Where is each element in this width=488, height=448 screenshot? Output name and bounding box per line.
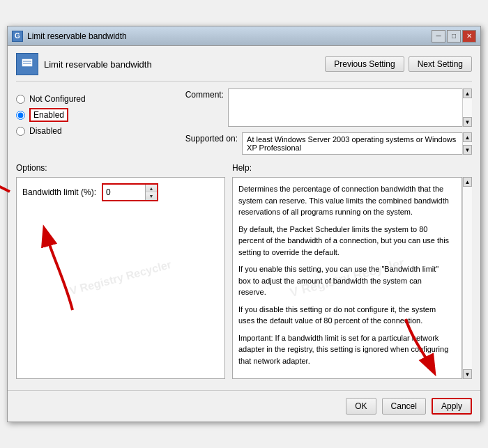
header-title: Limit reservable bandwidth (16, 53, 152, 75)
supported-text-box: At least Windows Server 2003 operating s… (242, 132, 472, 155)
main-window: G Limit reservable bandwidth ─ □ ✕ (7, 26, 481, 422)
window-icon: G (12, 31, 23, 42)
supported-label: Supported on: (185, 132, 238, 144)
help-box-wrapper: V Registry Recycler Determines the perce… (232, 177, 472, 379)
two-panel: Options: V Registry Recycler (16, 163, 472, 379)
not-configured-option[interactable]: Not Configured (16, 94, 178, 104)
scroll-down-arrow[interactable]: ▼ (463, 117, 472, 127)
enabled-label: Enabled (29, 108, 68, 122)
disabled-label: Disabled (29, 126, 62, 136)
enabled-option[interactable]: Enabled (16, 108, 178, 122)
policy-icon (16, 53, 38, 75)
title-bar-left: G Limit reservable bandwidth (12, 31, 127, 42)
comment-scrollbar: ▲ ▼ (462, 88, 472, 127)
close-button[interactable]: ✕ (462, 30, 476, 43)
previous-setting-button[interactable]: Previous Setting (325, 56, 404, 72)
window-title: Limit reservable bandwidth (27, 31, 127, 41)
main-area: Not Configured Enabled Disabled Comment: (16, 88, 472, 160)
options-box: V Registry Recycler (16, 177, 225, 379)
help-para-4: If you disable this setting or do not co… (238, 304, 450, 327)
right-panel: Comment: ▲ ▼ Supported on: (185, 88, 472, 160)
header-buttons: Previous Setting Next Setting (325, 56, 472, 72)
header-title-text: Limit reservable bandwidth (44, 59, 152, 70)
help-box: V Registry Recycler Determines the perce… (232, 177, 462, 379)
next-setting-button[interactable]: Next Setting (409, 56, 472, 72)
apply-button[interactable]: Apply (432, 398, 472, 415)
svg-rect-3 (24, 67, 30, 70)
supported-scroll-down[interactable]: ▼ (463, 145, 472, 155)
spin-up-button[interactable]: ▲ (146, 185, 157, 192)
not-configured-radio[interactable] (16, 95, 25, 104)
help-scroll-track (463, 187, 472, 369)
comment-label: Comment: (185, 88, 224, 100)
help-panel: Help: V Registry Recycler (232, 163, 472, 379)
bandwidth-input[interactable] (103, 185, 145, 200)
help-para-2: By default, the Packet Scheduler limits … (238, 224, 450, 258)
title-bar-controls: ─ □ ✕ (432, 30, 476, 43)
spin-buttons: ▲ ▼ (145, 185, 157, 200)
bandwidth-row: Bandwidth limit (%): ▲ ▼ (22, 183, 219, 201)
not-configured-label: Not Configured (29, 94, 86, 104)
cancel-button[interactable]: Cancel (382, 398, 426, 415)
title-bar: G Limit reservable bandwidth ─ □ ✕ (8, 26, 480, 46)
scroll-up-arrow[interactable]: ▲ (463, 88, 472, 98)
comment-textarea[interactable] (228, 88, 472, 127)
spin-down-button[interactable]: ▼ (146, 192, 157, 200)
supported-scroll-up[interactable]: ▲ (463, 132, 472, 142)
supported-text: At least Windows Server 2003 operating s… (247, 135, 460, 152)
help-para-3: If you enable this setting, you can use … (238, 263, 450, 298)
minimize-button[interactable]: ─ (432, 30, 445, 43)
supported-section: Supported on: At least Windows Server 20… (185, 132, 472, 155)
help-para-1: Determines the percentage of connection … (238, 183, 450, 218)
watermark: V Registry Recycler (68, 258, 173, 298)
left-panel: Not Configured Enabled Disabled (16, 88, 178, 160)
bottom-buttons: OK Cancel Apply (8, 390, 480, 422)
help-scrollbar: ▲ ▼ (462, 177, 472, 379)
help-para-5: Important: If a bandwidth limit is set f… (238, 332, 450, 367)
options-panel: Options: V Registry Recycler (16, 163, 225, 379)
radio-group: Not Configured Enabled Disabled (16, 88, 178, 141)
supported-scrollbar: ▲ ▼ (462, 132, 472, 155)
ok-button[interactable]: OK (346, 398, 376, 415)
bandwidth-arrow (31, 219, 114, 317)
bandwidth-label: Bandwidth limit (%): (22, 187, 96, 197)
comment-textarea-wrapper: ▲ ▼ (228, 88, 472, 127)
options-label: Options: (16, 163, 225, 173)
bandwidth-input-wrapper: ▲ ▼ (102, 183, 158, 201)
disabled-option[interactable]: Disabled (16, 126, 178, 136)
header-row: Limit reservable bandwidth Previous Sett… (16, 53, 472, 82)
help-scroll-down[interactable]: ▼ (463, 369, 472, 379)
help-scroll-up[interactable]: ▲ (463, 177, 472, 187)
comment-section: Comment: ▲ ▼ (185, 88, 472, 127)
comment-scroll-track (463, 98, 472, 117)
svg-rect-0 (22, 59, 33, 67)
disabled-radio[interactable] (16, 127, 25, 136)
enabled-radio[interactable] (16, 111, 25, 120)
help-label: Help: (232, 163, 472, 173)
content-area: Limit reservable bandwidth Previous Sett… (8, 46, 480, 386)
maximize-button[interactable]: □ (447, 30, 461, 43)
